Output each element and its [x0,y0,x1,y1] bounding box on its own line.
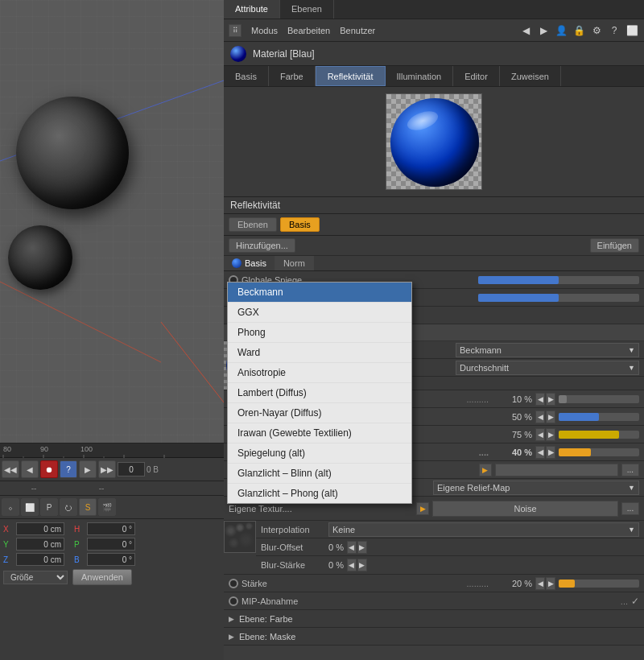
subtab-basis[interactable]: Basis [280,217,320,232]
textur-options-btn[interactable]: ... [621,464,639,476]
interpolation-dropdown[interactable]: Keine ▼ [328,522,639,537]
ebene-farbe-row[interactable]: ▶ Ebene: Farbe [224,610,644,628]
ebene-maske-row[interactable]: ▶ Ebene: Maske [224,628,644,646]
toolbar-bearbeiten[interactable]: Bearbeiten [287,26,330,35]
lock-icon[interactable]: 🔒 [572,23,586,38]
dropdown-item-lambert[interactable]: Lambert (Diffus) [228,383,411,403]
toolbar-benutzer[interactable]: Benutzer [340,26,375,35]
apply-btn[interactable]: Anwenden [72,569,132,585]
mat-tab-basis[interactable]: Basis [224,66,269,86]
pos-key-btn[interactable]: P [40,498,58,516]
toolbar-grip: ⠿ [229,24,242,37]
staerke-radio[interactable] [229,579,238,588]
layer-tab-basis[interactable]: Basis [224,256,275,270]
subtab-ebenen[interactable]: Ebenen [229,217,277,232]
reliefstaerke-inc[interactable]: ▶ [546,446,555,459]
prev-frame-btn[interactable]: ◀ [21,460,39,478]
dropdown-item-irawan[interactable]: Irawan (Gewebte Textilien) [228,423,411,443]
textur-bar[interactable] [495,464,618,476]
film-btn[interactable]: 🎬 [98,498,116,516]
dropdown-item-glanzlicht-phong[interactable]: Glanzlicht – Phong (alt) [228,484,411,503]
rauigkeit-inc[interactable]: ▶ [546,393,555,406]
spiegelungsstaerke-slider[interactable] [559,413,639,421]
question-icon[interactable]: ? [607,23,621,38]
dropdown-item-anisotropie[interactable]: Anisotropie [228,363,411,383]
glanzlichtstaerke-inc[interactable]: ▶ [546,428,555,441]
eigene-textur-bar[interactable]: Noise [432,501,618,517]
rot-key-btn[interactable]: ⭮ [60,498,77,516]
eigene-textur-arrow[interactable]: ▶ [416,502,429,515]
reliefstaerke-dec[interactable]: ◀ [535,446,545,459]
play-forward-btn[interactable]: ▶▶ [98,460,116,478]
window-icon[interactable]: ⬜ [625,23,639,38]
dropdown-item-phong[interactable]: Phong [228,323,411,343]
b-input[interactable] [87,553,135,566]
globale-glanzl-slider[interactable] [478,294,639,302]
size-dropdown[interactable]: Größe [3,571,68,584]
layer-tab-basis-icon [232,258,242,268]
dropdown-item-oren[interactable]: Oren-Nayar (Diffus) [228,403,411,423]
auto-key-btn[interactable]: ⬜ [21,498,39,516]
modus-dropdown[interactable]: Eigene Relief-Map ▼ [433,481,639,495]
dropdown-item-ward[interactable]: Ward [228,343,411,363]
toolbar-modus[interactable]: Modus [251,26,278,35]
eigene-textur-label: Eigene Textur.... [229,504,413,514]
record-btn[interactable]: ⏺ [40,460,58,478]
dropdown-item-spiegelung[interactable]: Spiegelung (alt) [228,443,411,464]
textur-arrow[interactable]: ▶ [479,464,492,476]
glanzlichtstaerke-slider[interactable] [559,431,639,439]
toolbar-icons: ◀ ▶ 👤 🔒 ⚙ ? ⬜ [518,23,639,38]
tab-attribute[interactable]: Attribute [224,0,280,19]
x-input[interactable] [16,522,64,535]
spiegelungsstaerke-dec[interactable]: ◀ [535,410,545,423]
blur-staerke-inc[interactable]: ▶ [357,559,367,571]
p-input[interactable] [87,538,135,551]
tab-ebenen[interactable]: Ebenen [280,0,334,19]
mat-tab-farbe[interactable]: Farbe [269,66,316,86]
rauigkeit-dec[interactable]: ◀ [535,393,545,406]
layer-tab-norm[interactable]: Norm [275,256,314,270]
blur-staerke-dec[interactable]: ◀ [347,559,357,571]
dropdown-item-glanzlicht-blinn[interactable]: Glanzlicht – Blinn (alt) [228,464,411,484]
layer-tab-basis-label: Basis [245,258,266,268]
reliefstaerke-stepper: ◀ ▶ [535,446,555,459]
glanzlichtstaerke-fill [559,431,619,439]
globale-spiege-slider[interactable] [478,276,639,284]
blur-offset-dec[interactable]: ◀ [347,541,357,554]
mip-radio[interactable] [229,596,238,606]
reliefstaerke-slider[interactable] [559,448,639,456]
z-input[interactable] [16,553,64,566]
blur-offset-inc[interactable]: ▶ [357,541,367,554]
play-back-btn[interactable]: ◀◀ [2,460,19,478]
scale-key-btn[interactable]: S [79,498,97,516]
mat-tab-illumination[interactable]: Illumination [386,66,454,86]
frame-input[interactable] [118,462,145,476]
h-input[interactable] [87,522,135,535]
mat-tab-zuweisen[interactable]: Zuweisen [500,66,561,86]
mat-tab-reflektivitaet[interactable]: Reflektivität [316,66,386,86]
hinzufuegen-btn[interactable]: Hinzufügen... [229,238,295,253]
next-frame-btn[interactable]: ▶ [79,460,97,478]
staerke-slider[interactable] [559,580,639,588]
arrow-right-icon[interactable]: ▶ [536,23,551,38]
dropdown-item-ggx[interactable]: GGX [228,303,411,323]
eigene-textur-options-btn[interactable]: ... [621,502,639,515]
staerke-inc[interactable]: ▶ [546,577,555,590]
arrow-left-icon[interactable]: ◀ [518,23,533,38]
interpolation-label: Interpolation [261,525,325,534]
spiegelungsstaerke-inc[interactable]: ▶ [546,410,555,423]
abschwachung-dropdown[interactable]: Durchschnitt ▼ [456,361,639,375]
dropdown-item-beckmann[interactable]: Beckmann [228,283,411,303]
person-icon[interactable]: 👤 [554,23,568,38]
staerke-dec[interactable]: ◀ [535,577,545,590]
help-btn[interactable]: ? [60,460,77,478]
rauigkeit-slider[interactable] [559,395,639,403]
typ-dropdown[interactable]: Beckmann ▼ [456,343,639,357]
key-btn[interactable]: ⬦ [2,498,19,516]
mat-tab-editor[interactable]: Editor [453,66,500,86]
y-input[interactable] [16,538,64,551]
layer-tabs-row: Basis Norm [224,256,644,271]
glanzlichtstaerke-dec[interactable]: ◀ [535,428,545,441]
settings-icon[interactable]: ⚙ [589,23,604,38]
einfuegen-btn[interactable]: Einfügen [590,238,639,253]
